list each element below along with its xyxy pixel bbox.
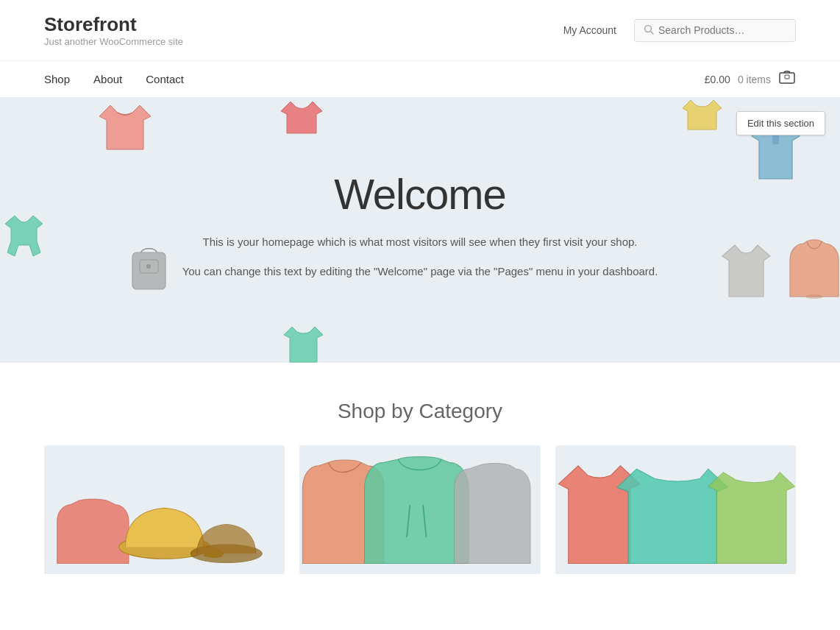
cart-icon bbox=[778, 69, 796, 89]
my-account-link[interactable]: My Account bbox=[563, 24, 616, 36]
hero-title: Welcome bbox=[182, 169, 658, 219]
shop-section: Shop by Category bbox=[0, 363, 840, 596]
svg-point-5 bbox=[805, 294, 823, 299]
clothing-illustration-6 bbox=[789, 238, 840, 303]
cart-info[interactable]: £0.00 0 items bbox=[705, 69, 796, 89]
nav-item-about[interactable]: About bbox=[93, 61, 122, 97]
clothing-illustration-3 bbox=[682, 98, 722, 134]
svg-rect-6 bbox=[132, 252, 165, 289]
category-grid bbox=[44, 445, 796, 574]
shop-section-title: Shop by Category bbox=[44, 400, 796, 423]
category-card-hoodies[interactable] bbox=[555, 445, 796, 574]
nav-link-shop[interactable]: Shop bbox=[44, 61, 70, 97]
hero-text-2: You can change this text by editing the … bbox=[182, 263, 658, 280]
clothing-illustration-7 bbox=[125, 241, 173, 296]
search-box bbox=[634, 19, 796, 42]
nav-item-shop[interactable]: Shop bbox=[44, 61, 70, 97]
hero-text-1: This is your homepage which is what most… bbox=[182, 233, 658, 251]
clothing-illustration-8 bbox=[719, 241, 774, 303]
cart-amount: £0.00 bbox=[705, 74, 730, 85]
svg-line-1 bbox=[651, 31, 654, 34]
clothing-illustration-1 bbox=[96, 102, 154, 153]
hero-section: Edit this section bbox=[0, 98, 840, 363]
search-icon bbox=[644, 24, 654, 37]
brand-name: Storefront bbox=[44, 13, 183, 36]
cart-items-count: 0 items bbox=[738, 74, 771, 85]
category-card-accessories[interactable] bbox=[44, 445, 285, 574]
nav-bar: Shop About Contact £0.00 0 items bbox=[0, 61, 840, 98]
svg-rect-2 bbox=[780, 73, 794, 83]
header-right: My Account bbox=[563, 19, 796, 42]
brand-block: Storefront Just another WooCommerce site bbox=[44, 13, 183, 47]
header-top: Storefront Just another WooCommerce site… bbox=[0, 0, 840, 98]
brand-tagline: Just another WooCommerce site bbox=[44, 36, 183, 47]
svg-rect-3 bbox=[785, 75, 789, 79]
nav-item-contact[interactable]: Contact bbox=[146, 61, 184, 97]
nav-link-about[interactable]: About bbox=[93, 61, 122, 97]
clothing-illustration-5 bbox=[4, 212, 44, 263]
nav-links: Shop About Contact bbox=[44, 61, 184, 97]
hero-content: Welcome This is your homepage which is w… bbox=[168, 125, 673, 336]
category-card-clothing[interactable] bbox=[299, 445, 540, 574]
nav-link-contact[interactable]: Contact bbox=[146, 61, 184, 97]
svg-point-8 bbox=[146, 264, 151, 269]
edit-section-button[interactable]: Edit this section bbox=[736, 111, 825, 135]
search-input[interactable] bbox=[658, 24, 786, 36]
